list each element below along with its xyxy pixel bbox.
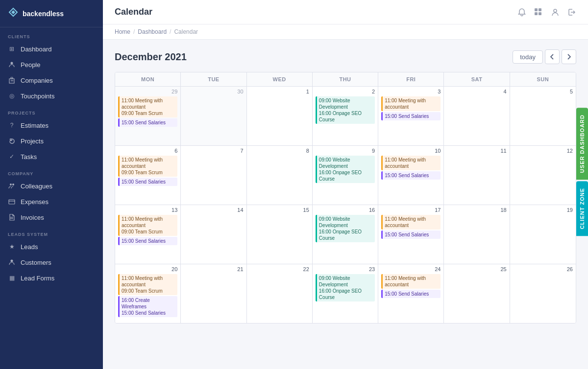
calendar-cell-w4-d5[interactable]: 2411:00 Meeting with accountant15:00 Sen… <box>378 264 444 323</box>
user-icon[interactable] <box>551 8 560 17</box>
calendar-cell-w3-d1[interactable]: 1311:00 Meeting with accountant 09:00 Te… <box>115 205 181 264</box>
sidebar-item-projects[interactable]: Projects <box>0 133 103 149</box>
calendar-event-w3-d4-1[interactable]: 09:00 Website Development 16:00 Onpage S… <box>316 215 375 242</box>
sidebar-section-company-label: COMPANY <box>0 164 103 178</box>
calendar-cell-w1-d1[interactable]: 2911:00 Meeting with accountant 09:00 Te… <box>115 87 181 145</box>
calendar-cell-w1-d3[interactable]: 1 <box>247 87 313 145</box>
calendar-cell-w4-d3[interactable]: 22 <box>247 264 313 323</box>
calendar-event-w2-d1-1[interactable]: 11:00 Meeting with accountant 09:00 Team… <box>118 156 177 177</box>
calendar-cell-w3-d3[interactable]: 15 <box>247 205 313 264</box>
breadcrumb-dashboard[interactable]: Dashboard <box>138 28 167 35</box>
calendar-event-w2-d5-1[interactable]: 11:00 Meeting with accountant <box>381 156 441 170</box>
next-month-button[interactable] <box>562 49 576 64</box>
sidebar-item-lead-forms[interactable]: ▦ Lead Forms <box>0 270 103 286</box>
calendar-day-number: 16 <box>316 207 375 213</box>
calendar-weeks: 2911:00 Meeting with accountant 09:00 Te… <box>115 87 576 323</box>
sidebar-item-customers-label: Customers <box>21 259 51 266</box>
calendar-event-w1-d1-1[interactable]: 11:00 Meeting with accountant 09:00 Team… <box>118 96 177 117</box>
calendar-event-w4-d5-1[interactable]: 11:00 Meeting with accountant <box>381 274 441 289</box>
calendar-event-w2-d5-2[interactable]: 15:00 Send Salaries <box>381 171 441 180</box>
calendar-event-w4-d4-1[interactable]: 09:00 Website Development 16:00 Onpage S… <box>316 274 375 301</box>
calendar-cell-w2-d4[interactable]: 909:00 Website Development 16:00 Onpage … <box>313 146 378 205</box>
calendar-cell-w2-d6[interactable]: 11 <box>444 146 510 205</box>
grid-icon[interactable] <box>534 8 543 17</box>
sidebar-item-invoices[interactable]: Invoices <box>0 209 103 225</box>
calendar-cell-w2-d1[interactable]: 611:00 Meeting with accountant 09:00 Tea… <box>115 146 181 205</box>
sidebar-item-people[interactable]: People <box>0 57 103 72</box>
customers-icon <box>8 258 16 266</box>
sidebar-item-expenses[interactable]: Expenses <box>0 194 103 209</box>
sidebar-item-colleagues[interactable]: Colleagues <box>0 178 103 194</box>
calendar-event-w3-d5-2[interactable]: 15:00 Send Salaries <box>381 231 441 239</box>
calendar-cell-w3-d5[interactable]: 1711:00 Meeting with accountant15:00 Sen… <box>378 205 444 264</box>
calendar-event-w1-d4-1[interactable]: 09:00 Website Development 16:00 Onpage S… <box>316 96 375 124</box>
calendar-cell-w2-d7[interactable]: 12 <box>510 146 576 205</box>
calendar-event-w4-d1-1[interactable]: 11:00 Meeting with accountant 09:00 Team… <box>118 274 177 295</box>
user-dashboard-tab[interactable]: USER DASHBOARD <box>576 108 588 180</box>
calendar-event-w4-d5-2[interactable]: 15:00 Send Salaries <box>381 290 441 298</box>
calendar-day-number: 25 <box>447 266 506 272</box>
logo-icon <box>8 7 19 20</box>
calendar-day-number: 7 <box>184 148 243 154</box>
breadcrumb-sep-1: / <box>133 28 135 35</box>
prev-month-button[interactable] <box>545 49 560 64</box>
sidebar-item-touchpoints-label: Touchpoints <box>21 92 54 100</box>
calendar-event-w3-d5-1[interactable]: 11:00 Meeting with accountant <box>381 215 441 230</box>
sidebar-item-tasks[interactable]: ✓ Tasks <box>0 149 103 164</box>
calendar-cell-w4-d1[interactable]: 2011:00 Meeting with accountant 09:00 Te… <box>115 264 181 323</box>
calendar-day-headers: MON TUE WED THU FRI SAT SUN <box>115 72 576 87</box>
calendar-cell-w4-d4[interactable]: 2309:00 Website Development 16:00 Onpage… <box>313 264 378 323</box>
calendar-event-w2-d1-2[interactable]: 15:00 Send Salaries <box>118 178 177 186</box>
calendar-week-3: 1311:00 Meeting with accountant 09:00 Te… <box>115 205 576 264</box>
breadcrumb-home[interactable]: Home <box>115 28 130 35</box>
calendar-event-w3-d1-2[interactable]: 15:00 Send Salaries <box>118 237 177 245</box>
svg-rect-13 <box>535 12 538 15</box>
calendar-cell-w1-d4[interactable]: 209:00 Website Development 16:00 Onpage … <box>313 87 378 145</box>
breadcrumb: Home / Dashboard / Calendar <box>103 24 588 40</box>
calendar-day-number: 21 <box>184 266 243 272</box>
svg-point-5 <box>12 184 14 185</box>
calendar-cell-w3-d2[interactable]: 14 <box>181 205 246 264</box>
calendar-cell-w3-d7[interactable]: 19 <box>510 205 576 264</box>
calendar-cell-w4-d6[interactable]: 25 <box>444 264 510 323</box>
svg-point-4 <box>10 184 12 185</box>
client-zone-tab[interactable]: CLIENT ZONE <box>576 181 588 236</box>
sidebar-item-invoices-label: Invoices <box>21 214 44 221</box>
calendar-event-w2-d4-1[interactable]: 09:00 Website Development 16:00 Onpage S… <box>316 156 375 183</box>
sidebar-item-leads[interactable]: ★ Leads <box>0 239 103 254</box>
calendar-week-1: 2911:00 Meeting with accountant 09:00 Te… <box>115 87 576 146</box>
calendar-day-number: 14 <box>184 207 243 213</box>
calendar-cell-w2-d3[interactable]: 8 <box>247 146 313 205</box>
sidebar-item-dashboard[interactable]: ⊞ Dashboard <box>0 41 103 57</box>
building-icon <box>8 76 16 84</box>
calendar-event-w1-d5-1[interactable]: 11:00 Meeting with accountant <box>381 96 441 111</box>
sidebar-item-estimates[interactable]: ? Estimates <box>0 117 103 133</box>
calendar-cell-w3-d4[interactable]: 1609:00 Website Development 16:00 Onpage… <box>313 205 378 264</box>
calendar-event-w4-d1-2[interactable]: 16:00 Create Wireframes 15:00 Send Salar… <box>118 296 177 317</box>
calendar-cell-w1-d5[interactable]: 311:00 Meeting with accountant15:00 Send… <box>378 87 444 145</box>
calendar-event-w1-d5-2[interactable]: 15:00 Send Salaries <box>381 112 441 120</box>
sidebar-item-touchpoints[interactable]: ◎ Touchpoints <box>0 88 103 104</box>
calendar-day-number: 6 <box>118 148 177 154</box>
calendar-day-number: 13 <box>118 207 177 213</box>
calendar-cell-w4-d2[interactable]: 21 <box>181 264 246 323</box>
card-icon <box>8 198 16 206</box>
sidebar-section-projects-label: PROJECTS <box>0 104 103 117</box>
calendar-cell-w1-d2[interactable]: 30 <box>181 87 246 145</box>
notification-icon[interactable] <box>517 8 526 17</box>
calendar-cell-w3-d6[interactable]: 18 <box>444 205 510 264</box>
sidebar-projects-section: PROJECTS ? Estimates Projects ✓ Tasks <box>0 104 103 164</box>
sidebar-item-companies[interactable]: Companies <box>0 72 103 88</box>
calendar-cell-w1-d6[interactable]: 4 <box>444 87 510 145</box>
day-header-wed: WED <box>247 72 313 86</box>
today-button[interactable]: today <box>513 50 543 64</box>
calendar-event-w1-d1-2[interactable]: 15:00 Send Salaries <box>118 118 177 127</box>
calendar-cell-w1-d7[interactable]: 5 <box>510 87 576 145</box>
logout-icon[interactable] <box>567 8 576 17</box>
calendar-event-w3-d1-1[interactable]: 11:00 Meeting with accountant 09:00 Team… <box>118 215 177 236</box>
calendar-cell-w4-d7[interactable]: 26 <box>510 264 576 323</box>
calendar-cell-w2-d5[interactable]: 1011:00 Meeting with accountant15:00 Sen… <box>378 146 444 205</box>
calendar-week-2: 611:00 Meeting with accountant 09:00 Tea… <box>115 146 576 205</box>
calendar-cell-w2-d2[interactable]: 7 <box>181 146 246 205</box>
sidebar-item-customers[interactable]: Customers <box>0 254 103 270</box>
